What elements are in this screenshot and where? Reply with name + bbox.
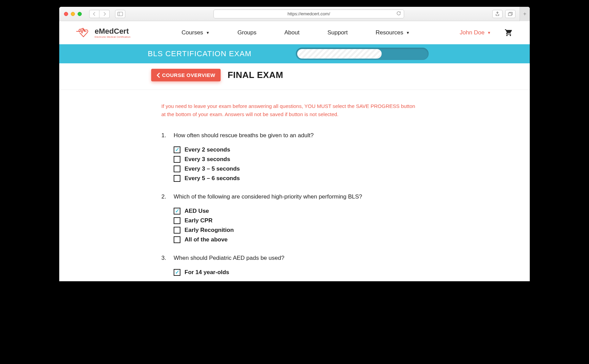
checkbox[interactable] <box>174 208 180 215</box>
checkbox[interactable] <box>174 217 180 224</box>
main-nav: Courses ▼ Groups About Support Resources… <box>181 29 410 36</box>
question-number: 3. <box>161 255 168 262</box>
share-button[interactable] <box>492 10 503 18</box>
url-text: https://emedcert.com/ <box>288 11 330 16</box>
question-header: 3.When should Pediatric AED pads be used… <box>161 255 420 262</box>
svg-rect-0 <box>118 12 123 16</box>
page-title: FINAL EXAM <box>227 70 283 80</box>
question-number: 1. <box>161 132 168 139</box>
logo[interactable]: eMedCert Electronic Medical Certificatio… <box>76 27 130 39</box>
question-header: 2.Which of the following are considered … <box>161 193 420 200</box>
chevron-left-icon <box>157 73 160 78</box>
question-header: 1.How often should rescue breaths be giv… <box>161 132 420 139</box>
chevron-down-icon: ▼ <box>487 31 491 35</box>
nav-groups[interactable]: Groups <box>238 29 257 36</box>
warning-text: If you need to leave your exam before an… <box>161 102 420 118</box>
refresh-icon[interactable] <box>396 11 401 17</box>
url-bar[interactable]: https://emedcert.com/ <box>213 10 404 18</box>
progress-bar <box>296 48 429 60</box>
browser-right-controls: + <box>492 7 525 21</box>
option-label: For 14 year-olds <box>185 269 229 276</box>
option[interactable]: Every 2 seconds <box>174 146 420 153</box>
minimize-window-button[interactable] <box>71 12 75 16</box>
exam-title: BLS CERTIFICATION EXAM <box>148 49 252 58</box>
option[interactable]: All of the above <box>174 236 420 243</box>
question: 3.When should Pediatric AED pads be used… <box>161 255 420 276</box>
option-label: Early Recognition <box>185 227 234 234</box>
cart-icon[interactable] <box>505 29 513 37</box>
nav-label: Courses <box>181 29 203 36</box>
svg-rect-2 <box>508 13 511 16</box>
tabs-button[interactable] <box>505 10 515 18</box>
progress-fill <box>297 49 382 59</box>
options: For 14 year-olds <box>174 269 420 276</box>
nav-buttons <box>89 10 110 18</box>
user-name-label: John Doe <box>460 29 484 36</box>
question: 2.Which of the following are considered … <box>161 193 420 243</box>
maximize-window-button[interactable] <box>78 12 82 16</box>
option-label: Every 3 – 5 seconds <box>185 165 240 172</box>
option[interactable]: For 14 year-olds <box>174 269 420 276</box>
nav-about[interactable]: About <box>284 29 299 36</box>
option-label: Every 2 seconds <box>185 146 230 153</box>
forward-button[interactable] <box>99 10 110 18</box>
button-label: COURSE OVERVIEW <box>162 72 215 78</box>
option-label: Early CPR <box>185 217 212 224</box>
checkbox[interactable] <box>174 156 180 163</box>
back-button[interactable] <box>89 10 99 18</box>
option[interactable]: AED Use <box>174 208 420 215</box>
checkbox[interactable] <box>174 236 180 243</box>
question-text: Which of the following are considered hi… <box>174 193 362 200</box>
option[interactable]: Every 3 – 5 seconds <box>174 165 420 172</box>
options: AED UseEarly CPREarly RecognitionAll of … <box>174 208 420 243</box>
question-text: How often should rescue breaths be given… <box>174 132 314 139</box>
sidebar-toggle-button[interactable] <box>115 10 125 18</box>
checkbox[interactable] <box>174 269 180 276</box>
option[interactable]: Every 3 seconds <box>174 156 420 163</box>
question-text: When should Pediatric AED pads be used? <box>174 255 284 262</box>
option-label: All of the above <box>185 236 228 243</box>
browser-toolbar: https://emedcert.com/ + <box>59 7 530 21</box>
checkbox[interactable] <box>174 165 180 172</box>
nav-support[interactable]: Support <box>328 29 348 36</box>
exam-body: If you need to leave your exam before an… <box>59 90 420 276</box>
exam-banner: BLS CERTIFICATION EXAM <box>59 44 530 63</box>
new-tab-button[interactable]: + <box>520 7 530 21</box>
question: 1.How often should rescue breaths be giv… <box>161 132 420 182</box>
option-label: AED Use <box>185 208 209 215</box>
sub-header: COURSE OVERVIEW FINAL EXAM <box>59 63 530 90</box>
nav-label: Resources <box>376 29 403 36</box>
site-header: eMedCert Electronic Medical Certificatio… <box>59 21 530 44</box>
checkbox[interactable] <box>174 175 180 182</box>
browser-window: https://emedcert.com/ + <box>59 7 530 281</box>
page-content: eMedCert Electronic Medical Certificatio… <box>59 21 530 281</box>
option[interactable]: Early CPR <box>174 217 420 224</box>
user-area: John Doe ▼ <box>460 29 513 37</box>
logo-tagline: Electronic Medical Certification <box>95 36 130 38</box>
chevron-down-icon: ▼ <box>406 31 410 35</box>
option[interactable]: Every 5 – 6 seconds <box>174 175 420 182</box>
option[interactable]: Early Recognition <box>174 227 420 234</box>
option-label: Every 3 seconds <box>185 156 230 163</box>
user-menu[interactable]: John Doe ▼ <box>460 29 491 36</box>
nav-label: Groups <box>238 29 257 36</box>
nav-courses[interactable]: Courses ▼ <box>181 29 209 36</box>
nav-label: Support <box>328 29 348 36</box>
questions-container: 1.How often should rescue breaths be giv… <box>161 132 420 276</box>
checkbox[interactable] <box>174 227 180 234</box>
nav-resources[interactable]: Resources ▼ <box>376 29 410 36</box>
close-window-button[interactable] <box>64 12 68 16</box>
course-overview-button[interactable]: COURSE OVERVIEW <box>151 69 221 81</box>
chevron-down-icon: ▼ <box>206 31 210 35</box>
window-controls <box>64 12 82 16</box>
nav-label: About <box>284 29 299 36</box>
options: Every 2 secondsEvery 3 secondsEvery 3 – … <box>174 146 420 182</box>
logo-icon <box>76 27 93 39</box>
checkbox[interactable] <box>174 146 180 153</box>
logo-text: eMedCert <box>95 28 130 35</box>
question-number: 2. <box>161 193 168 200</box>
option-label: Every 5 – 6 seconds <box>185 175 240 182</box>
